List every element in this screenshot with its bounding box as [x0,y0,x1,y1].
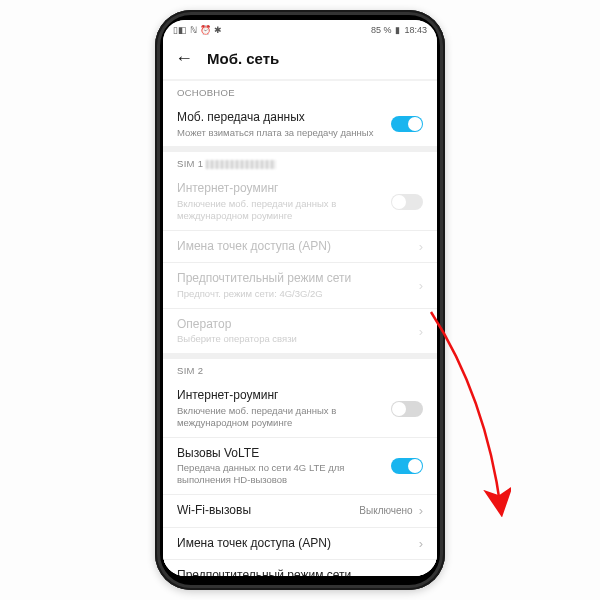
chevron-icon: › [419,503,423,518]
battery-text: 85 % [371,25,392,35]
nfc-icon: ℕ [190,26,197,35]
row-sim2-pref-mode[interactable]: Предпочтительный режим сети Предпочт. ре… [163,560,437,576]
row-sim2-wifi-calls[interactable]: Wi-Fi-вызовы Выключено › [163,495,437,528]
row-sim2-roaming[interactable]: Интернет-роуминг Включение моб. передачи… [163,380,437,437]
row-sim2-apn[interactable]: Имена точек доступа (APN) › [163,528,437,561]
page-title: Моб. сеть [207,50,279,67]
status-bar: ▯◧ ℕ ⏰ ✱ 85 % ▮ 18:43 [163,20,437,40]
row-sim1-operator: Оператор Выберите оператора связи › [163,309,437,353]
row-sim1-apn: Имена точек доступа (APN) › [163,231,437,264]
clock-text: 18:43 [404,25,427,35]
section-sim1-label: SIM 1 [163,152,437,173]
chevron-icon: › [419,575,423,576]
mobile-data-sub: Может взиматься плата за передачу данных [177,127,391,139]
chevron-icon: › [419,324,423,339]
back-icon[interactable]: ← [175,48,193,69]
phone-frame: ▯◧ ℕ ⏰ ✱ 85 % ▮ 18:43 ← Моб. сеть ОСНОВН… [155,10,445,590]
sim1-redacted [206,160,276,169]
screen: ▯◧ ℕ ⏰ ✱ 85 % ▮ 18:43 ← Моб. сеть ОСНОВН… [163,20,437,576]
chevron-icon: › [419,278,423,293]
app-header: ← Моб. сеть [163,40,437,79]
row-sim1-roaming: Интернет-роуминг Включение моб. передачи… [163,173,437,230]
section-sim2-label: SIM 2 [163,359,437,380]
wifi-calls-value: Выключено [359,505,412,516]
alarm-icon: ⏰ [200,26,211,35]
sim2-volte-toggle[interactable] [391,458,423,474]
chevron-icon: › [419,239,423,254]
row-sim2-volte[interactable]: Вызовы VoLTE Передача данных по сети 4G … [163,438,437,495]
battery-icon: ▮ [395,26,400,35]
bluetooth-icon: ✱ [214,26,222,35]
sim1-roaming-toggle [391,194,423,210]
sim2-roaming-toggle[interactable] [391,401,423,417]
mobile-data-toggle[interactable] [391,116,423,132]
mobile-data-title: Моб. передача данных [177,110,391,126]
row-mobile-data[interactable]: Моб. передача данных Может взиматься пла… [163,102,437,146]
settings-list: ОСНОВНОЕ Моб. передача данных Может взим… [163,79,437,576]
signal-icon: ▯◧ [173,26,187,35]
section-main-label: ОСНОВНОЕ [163,81,437,102]
chevron-icon: › [419,536,423,551]
row-sim1-pref-mode: Предпочтительный режим сети Предпочт. ре… [163,263,437,308]
